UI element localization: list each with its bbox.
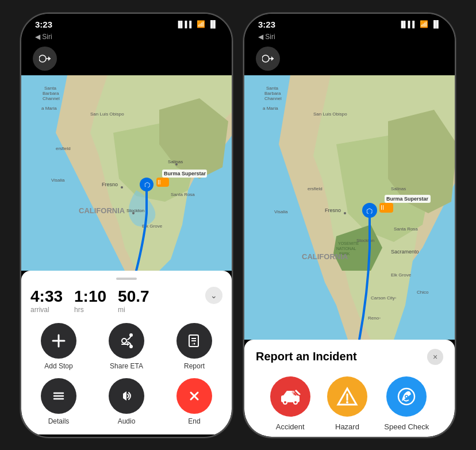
incident-panel: Report an Incident × xyxy=(244,340,455,437)
svg-text:Visalia: Visalia xyxy=(274,209,288,214)
speed-check-option[interactable]: Speed Check xyxy=(384,376,429,431)
expand-button[interactable]: ⌄ xyxy=(205,287,222,304)
svg-point-30 xyxy=(129,333,133,337)
arrival-stat: 4:33 arrival xyxy=(30,287,63,314)
svg-text:CALIFORNIA: CALIFORNIA xyxy=(79,206,125,215)
notch-2 xyxy=(312,14,387,30)
trip-info-1: 4:33 arrival 1:10 hrs 50.7 mi ⌄ xyxy=(30,287,222,314)
end-icon xyxy=(176,378,212,414)
svg-text:Stockton: Stockton xyxy=(126,208,144,213)
svg-point-77 xyxy=(284,401,286,403)
arrival-value: 4:33 xyxy=(30,287,63,306)
svg-point-31 xyxy=(129,345,133,348)
svg-text:II: II xyxy=(381,204,384,211)
svg-text:Salinas: Salinas xyxy=(391,186,406,191)
duration-stat: 1:10 hrs xyxy=(74,287,106,314)
svg-point-0 xyxy=(39,55,46,62)
back-btn-area-2 xyxy=(244,43,455,75)
details-label: Details xyxy=(48,417,70,425)
svg-text:Visalia: Visalia xyxy=(51,178,65,183)
report-icon: ! xyxy=(176,323,212,359)
report-label: Report xyxy=(184,362,205,370)
close-icon: × xyxy=(433,352,437,361)
svg-marker-2 xyxy=(48,56,51,61)
svg-text:Stockton: Stockton xyxy=(356,238,374,243)
share-eta-label: Share ETA xyxy=(110,362,143,370)
distance-stat: 50.7 mi xyxy=(118,287,149,314)
svg-marker-40 xyxy=(123,391,126,401)
back-button-2[interactable] xyxy=(256,47,280,71)
svg-text:CALIFORNIA: CALIFORNIA xyxy=(302,252,348,261)
end-label: End xyxy=(188,417,200,425)
phone-2: 3:23 ▐▌▌▌ 📶 ▐▌ ◀ Siri xyxy=(243,13,456,438)
svg-point-78 xyxy=(294,401,297,403)
audio-icon xyxy=(109,378,144,414)
status-icons-1: ▐▌▌▌ 📶 ▐▌ xyxy=(176,20,218,28)
svg-point-29 xyxy=(122,339,126,343)
status-time-2: 3:23 xyxy=(258,20,275,29)
incident-title: Report an Incident xyxy=(256,350,357,363)
svg-text:II: II xyxy=(158,179,161,186)
svg-point-43 xyxy=(262,55,269,62)
battery-icon-1: ▐▌ xyxy=(208,20,218,28)
svg-text:Fresno: Fresno xyxy=(325,207,341,213)
svg-text:Santa: Santa xyxy=(266,86,278,91)
svg-text:Santa Rosa: Santa Rosa xyxy=(394,226,418,232)
svg-text:Fresno: Fresno xyxy=(102,182,118,187)
svg-text:ersfield: ersfield xyxy=(56,146,71,151)
svg-text:Sacramento: Sacramento xyxy=(391,249,419,255)
svg-text:Elk Grove: Elk Grove xyxy=(391,272,412,278)
chevron-down-icon: ⌄ xyxy=(210,291,217,300)
svg-text:Chico: Chico xyxy=(417,290,429,295)
phone-1: 3:23 ▐▌▌▌ 📶 ▐▌ ◀ Siri xyxy=(20,13,233,438)
hazard-icon xyxy=(327,376,367,417)
add-stop-label: Add Stop xyxy=(44,362,72,370)
accident-icon xyxy=(270,376,310,417)
map-2: YOSEMITE NATIONAL PARK CALIFORNIA Fresno… xyxy=(244,75,455,340)
svg-text:a Maria: a Maria xyxy=(41,106,57,111)
audio-button[interactable]: Audio xyxy=(98,378,155,425)
hazard-label: Hazard xyxy=(335,422,359,431)
svg-text:Barbara: Barbara xyxy=(43,91,59,96)
svg-text:San Luis Obispo: San Luis Obispo xyxy=(90,111,124,117)
svg-text:Burma Superstar: Burma Superstar xyxy=(386,196,429,202)
svg-point-86 xyxy=(406,395,408,397)
svg-text:ersfield: ersfield xyxy=(308,186,323,191)
svg-text:Carson City◦: Carson City◦ xyxy=(371,295,397,301)
add-stop-icon xyxy=(41,323,76,359)
incident-options: Accident Hazard xyxy=(256,376,443,431)
accident-option[interactable]: Accident xyxy=(270,376,310,431)
svg-marker-45 xyxy=(271,56,274,61)
back-button-1[interactable] xyxy=(33,47,57,71)
status-icons-2: ▐▌▌▌ 📶 ▐▌ xyxy=(399,20,441,28)
incident-header: Report an Incident × xyxy=(256,349,443,365)
svg-point-4 xyxy=(121,186,123,189)
hazard-option[interactable]: Hazard xyxy=(327,376,367,431)
add-stop-button[interactable]: Add Stop xyxy=(30,323,87,370)
report-button[interactable]: ! Report xyxy=(166,323,222,370)
details-button[interactable]: Details xyxy=(30,378,87,425)
distance-value: 50.7 xyxy=(118,287,149,306)
siri-label-2: ◀ Siri xyxy=(244,32,455,43)
svg-text:NATIONAL: NATIONAL xyxy=(336,247,356,251)
audio-label: Audio xyxy=(118,417,136,425)
arrival-label: arrival xyxy=(30,306,63,314)
close-button[interactable]: × xyxy=(427,349,443,365)
svg-text:San Luis Obispo: San Luis Obispo xyxy=(313,111,347,117)
signal-icon-2: ▐▌▌▌ xyxy=(399,21,417,28)
speed-check-label: Speed Check xyxy=(384,422,429,431)
back-btn-area-1 xyxy=(21,43,232,75)
wifi-icon-2: 📶 xyxy=(420,20,428,28)
share-eta-button[interactable]: Share ETA xyxy=(98,323,155,370)
svg-text:Reno◦: Reno◦ xyxy=(368,316,381,321)
svg-text:Channel: Channel xyxy=(264,96,282,101)
notch-1 xyxy=(89,14,164,30)
svg-text:a Maria: a Maria xyxy=(263,106,278,111)
end-button[interactable]: End xyxy=(166,378,222,425)
action-grid: Add Stop xyxy=(30,323,222,425)
svg-point-51 xyxy=(344,212,346,214)
svg-text:Santa: Santa xyxy=(44,86,56,91)
svg-text:Channel: Channel xyxy=(43,96,60,101)
svg-point-35 xyxy=(194,343,195,345)
distance-label: mi xyxy=(118,306,149,314)
